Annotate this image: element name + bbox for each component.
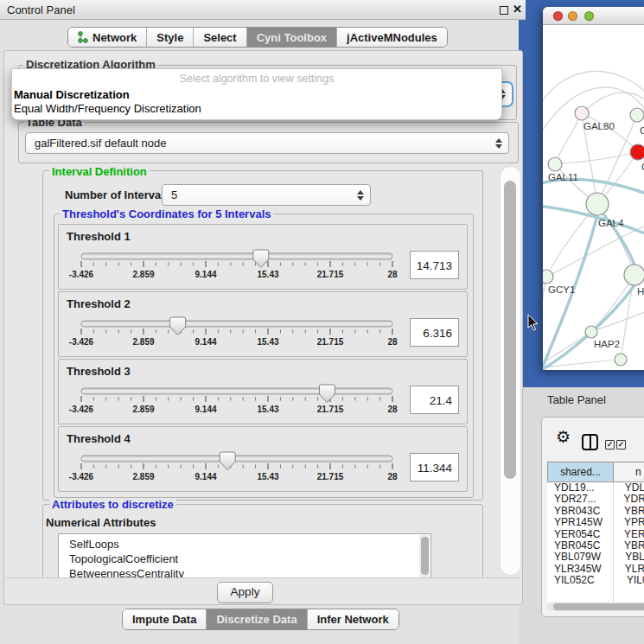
network-node[interactable] [585, 326, 597, 338]
table-cell[interactable]: YDR2 [616, 494, 644, 505]
table-cell[interactable]: YLR345W [547, 564, 618, 575]
table-cell[interactable]: YER0 [617, 529, 644, 540]
table-cell[interactable]: YPR145W [547, 517, 617, 528]
table-cell[interactable]: YBL0 [618, 552, 644, 563]
list-scrollbar-thumb[interactable] [421, 537, 429, 575]
vertical-scrollbar-thumb[interactable] [504, 181, 516, 479]
slider-thumb[interactable] [220, 452, 235, 470]
horizontal-scrollbar-thumb[interactable] [553, 603, 644, 610]
node-table[interactable]: YDL19...YDL1YDR27...YDR2YBR043CYBR0YPR14… [547, 482, 644, 602]
threshold-value-field[interactable]: 6.316 [410, 318, 459, 347]
settings-gear-icon[interactable]: ⚙ [556, 429, 571, 445]
close-icon[interactable]: ✕ [513, 3, 522, 16]
screen: GAL80GACGAL11GAL4GCY1HHAP2 Table Panel ⚙… [0, 0, 644, 644]
apply-button[interactable]: Apply [217, 582, 273, 603]
horizontal-scrollbar[interactable] [547, 603, 644, 611]
tab-impute-data[interactable]: Impute Data [123, 609, 206, 629]
table-cell[interactable]: YIL0 [620, 575, 644, 586]
slider-track[interactable] [81, 321, 392, 327]
table-cell[interactable]: YIL052C [547, 575, 620, 586]
table-row[interactable]: YER054CYER0 [547, 529, 644, 540]
attribute-list-item[interactable]: BetweennessCentrality [59, 566, 430, 577]
control-panel-titlebar[interactable] [0, 0, 526, 20]
table-cell[interactable]: YBR0 [617, 506, 644, 517]
algorithm-option[interactable]: Equal Width/Frequency Discretization [14, 102, 201, 115]
num-intervals-combo[interactable]: 5 [162, 184, 371, 206]
network-node[interactable] [543, 270, 553, 284]
table-row[interactable]: YBR043CYBR0 [547, 506, 644, 517]
table-row[interactable]: YBR045CYBR0 [547, 540, 644, 552]
network-node[interactable] [548, 157, 562, 171]
tab-network[interactable]: Network [68, 28, 146, 47]
float-window-icon[interactable] [500, 6, 508, 15]
attribute-list-item[interactable]: TopologicalCoefficient [59, 552, 430, 566]
tab-jactivemnodules[interactable]: jActiveMNodules [336, 28, 447, 47]
table-cell[interactable]: YER054C [547, 529, 617, 540]
table-row[interactable]: YIL052CYIL0 [547, 575, 644, 586]
slider-track[interactable] [81, 388, 392, 394]
network-canvas[interactable]: GAL80GACGAL11GAL4GCY1HHAP2 [543, 24, 644, 370]
network-node[interactable] [575, 106, 589, 120]
minimize-traffic-light[interactable] [568, 11, 577, 21]
slider-tick-label: 2.859 [132, 405, 154, 414]
algorithm-option[interactable]: Manual Discretization [14, 88, 130, 101]
network-node[interactable] [630, 144, 644, 160]
network-node[interactable] [586, 193, 609, 215]
tab-discretize-data[interactable]: Discretize Data [206, 609, 306, 629]
close-traffic-light[interactable] [553, 11, 563, 21]
network-node[interactable] [624, 265, 644, 285]
column-header[interactable]: n [614, 462, 644, 482]
table-cell[interactable]: YDL1 [618, 482, 644, 494]
tab-style[interactable]: Style [146, 28, 193, 47]
table-row[interactable]: YBL079WYBL0 [547, 552, 644, 563]
vertical-scrollbar[interactable] [500, 166, 521, 576]
threshold-slider[interactable]: -3.4262.8599.14415.4321.71528 [74, 316, 420, 354]
threshold-value-field[interactable]: 11.344 [410, 453, 459, 481]
table-row[interactable]: YPR145WYPR1 [547, 517, 644, 528]
zoom-traffic-light[interactable] [584, 11, 594, 21]
threshold-value-field[interactable]: 14.713 [410, 251, 459, 279]
table-row[interactable]: YLR345WYLR3 [547, 564, 644, 575]
threshold-slider[interactable]: -3.4262.8599.14415.4321.71528 [74, 384, 420, 422]
table-cell[interactable]: YBL079W [547, 552, 618, 563]
table-cell[interactable]: YDL19... [547, 482, 618, 494]
slider-tick-label: -3.426 [69, 405, 94, 414]
table-cell[interactable]: YBR0 [617, 540, 644, 552]
table-cell[interactable]: YLR3 [618, 564, 644, 575]
table-header-row: shared...n [547, 462, 644, 482]
checkbox-icon[interactable]: ✓ [605, 440, 615, 450]
network-node[interactable] [630, 108, 644, 122]
attributes-list[interactable]: SelfLoopsTopologicalCoefficientBetweenne… [58, 533, 431, 577]
network-window-titlebar[interactable] [543, 7, 644, 25]
threshold-slider[interactable]: -3.4262.8599.14415.4321.71528 [74, 249, 420, 287]
tab-infer-network[interactable]: Infer Network [307, 609, 399, 629]
checkbox-icon[interactable]: ✓ [616, 440, 626, 450]
network-icon [78, 31, 88, 43]
table-data-combo[interactable]: galFiltered.sif default node [25, 132, 509, 154]
table-cell[interactable]: YPR1 [617, 517, 644, 528]
list-scrollbar[interactable] [419, 535, 430, 577]
combo-stepper-icon[interactable] [495, 138, 502, 149]
cyni-toolbox-panel: Discretization Algorithm Select algorith… [3, 50, 523, 605]
table-row[interactable]: YDL19...YDL1 [547, 482, 644, 494]
combo-stepper-icon[interactable] [357, 190, 364, 201]
threshold-label: Threshold 4 [67, 432, 131, 445]
threshold-slider[interactable]: -3.4262.8599.14415.4321.71528 [74, 451, 420, 489]
tab-cyni-toolbox[interactable]: Cyni Toolbox [246, 28, 336, 47]
table-cell[interactable]: YBR045C [547, 540, 617, 552]
tab-select[interactable]: Select [193, 28, 245, 47]
columns-icon[interactable] [582, 434, 598, 450]
slider-thumb[interactable] [170, 317, 186, 335]
table-cell[interactable]: YDR27... [547, 494, 616, 505]
slider-track[interactable] [81, 456, 392, 462]
slider-thumb[interactable] [319, 385, 335, 403]
settings-scroll-viewport: Interval Definition Number of Intervals … [10, 165, 523, 577]
attribute-list-item[interactable]: SelfLoops [59, 537, 430, 552]
network-view-window[interactable]: GAL80GACGAL11GAL4GCY1HHAP2 [543, 7, 644, 370]
table-row[interactable]: YDR27...YDR2 [547, 494, 644, 505]
network-node[interactable] [615, 354, 627, 366]
threshold-value-field[interactable]: 21.4 [410, 386, 459, 414]
slider-track[interactable] [81, 253, 392, 259]
table-cell[interactable]: YBR043C [547, 506, 617, 517]
column-header[interactable]: shared... [547, 462, 614, 482]
